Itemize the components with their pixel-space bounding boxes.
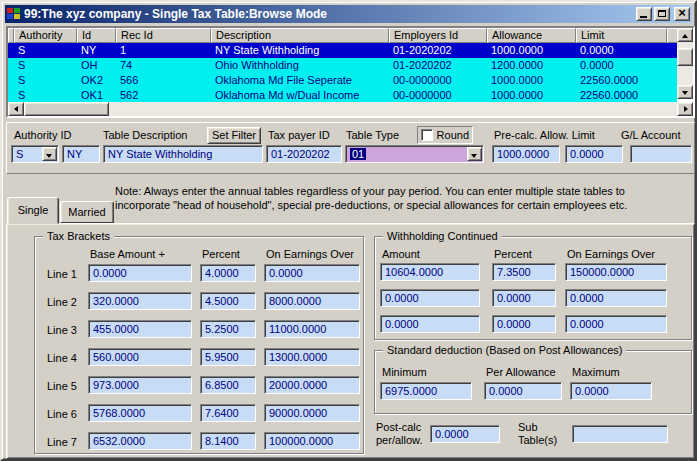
vertical-scroll-thumb[interactable]: [677, 48, 693, 66]
cell-allowance: 1200.0000: [487, 58, 576, 73]
maximum-field[interactable]: 0.0000: [570, 382, 652, 400]
minimize-icon: [640, 16, 647, 18]
line-6-percent-field[interactable]: 7.6400: [200, 404, 256, 422]
line-1-over-field[interactable]: 0.0000: [264, 264, 360, 282]
authority-value: S: [16, 148, 23, 160]
horizontal-scroll-track[interactable]: [109, 102, 677, 116]
precalc-allowance-field[interactable]: 1000.0000: [492, 145, 560, 163]
app-window: 99:The xyz company - Single Tax Table:Br…: [0, 0, 697, 461]
maximize-icon: [658, 10, 666, 17]
tab-single[interactable]: Single: [7, 197, 59, 224]
line-2-base-field[interactable]: 320.0000: [88, 292, 192, 310]
cell-limit: 0.0000: [576, 43, 667, 58]
gl-account-label: G/L Account: [621, 129, 681, 141]
app-icon: [7, 8, 20, 20]
table-row[interactable]: S OK2 566 Oklahoma Md File Seperate 00-0…: [8, 73, 677, 88]
vertical-scroll-track[interactable]: [677, 66, 693, 85]
percent-header: Percent: [202, 248, 240, 260]
grid-header-description[interactable]: Description: [211, 28, 389, 43]
line-7-percent-field[interactable]: 8.1400: [200, 432, 256, 450]
wh-over-field-2[interactable]: 0.0000: [565, 289, 667, 307]
table-type-combobox[interactable]: 01: [345, 145, 484, 163]
per-allowance-field[interactable]: 0.0000: [484, 382, 562, 400]
record-detail-panel: Authority ID Table Description Set Filte…: [6, 122, 695, 174]
chevron-down-icon: [46, 154, 52, 158]
titlebar[interactable]: 99:The xyz company - Single Tax Table:Br…: [5, 5, 692, 23]
cell-allowance: 1000.0000: [487, 88, 576, 103]
authority-dropdown-button[interactable]: [42, 147, 57, 161]
line-4-base-field[interactable]: 560.0000: [88, 348, 192, 366]
wh-amount-field-3[interactable]: 0.0000: [380, 315, 480, 333]
line-5-over-field[interactable]: 20000.0000: [264, 376, 360, 394]
scroll-left-button[interactable]: [8, 102, 24, 116]
wh-amount-field-2[interactable]: 0.0000: [380, 289, 480, 307]
line-2-over-field[interactable]: 8000.0000: [264, 292, 360, 310]
line-6-base-field[interactable]: 5768.0000: [88, 404, 192, 422]
line-6-over-field[interactable]: 90000.0000: [264, 404, 360, 422]
round-checkbox-group: Round: [417, 126, 473, 144]
maximize-button[interactable]: [654, 7, 670, 21]
cell-description: Ohio Withholding: [211, 58, 389, 73]
table-row[interactable]: S OH 74 Ohio Withholding 01-2020202 1200…: [8, 58, 677, 73]
line-7-base-field[interactable]: 6532.0000: [88, 432, 192, 450]
table-row[interactable]: S OK1 562 Oklahoma Md w/Dual Income 00-0…: [8, 88, 677, 103]
wh-percent-field-2[interactable]: 0.0000: [492, 289, 556, 307]
line-3-base-field[interactable]: 455.0000: [88, 320, 192, 338]
cell-id: OK2: [77, 73, 116, 88]
cell-employersid: 01-2020202: [389, 58, 487, 73]
gl-account-field[interactable]: [630, 145, 692, 163]
precalc-allow-limit-label: Pre-calc. Allow. Limit: [494, 129, 595, 141]
table-type-dropdown-button[interactable]: [467, 147, 482, 161]
sub-tables-field[interactable]: [572, 425, 668, 443]
line-2-percent-field[interactable]: 4.5000: [200, 292, 256, 310]
grid-header-limit[interactable]: Limit: [576, 28, 667, 43]
scroll-down-button[interactable]: [677, 85, 693, 99]
line-5-percent-field[interactable]: 6.8500: [200, 376, 256, 394]
base-amount-header: Base Amount +: [90, 248, 165, 260]
table-description-field[interactable]: NY State Withholding: [103, 145, 263, 163]
horizontal-scrollbar[interactable]: [8, 102, 693, 116]
vertical-scrollbar[interactable]: [677, 28, 693, 99]
authority-id-field[interactable]: NY: [62, 145, 100, 163]
authority-combobox[interactable]: S: [11, 145, 59, 163]
postcalc-field[interactable]: 0.0000: [430, 425, 500, 443]
minimum-field[interactable]: 6975.0000: [380, 382, 472, 400]
close-button[interactable]: ×: [674, 7, 690, 21]
line-1-label: Line 1: [47, 268, 77, 280]
line-4-over-field[interactable]: 13000.0000: [264, 348, 360, 366]
tax-table-grid: Authority Id Rec Id Description Employer…: [6, 26, 695, 118]
cell-employersid: 00-0000000: [389, 88, 487, 103]
note-text: Note: Always enter the annual tables reg…: [115, 184, 675, 212]
grid-header-employersid[interactable]: Employers Id: [389, 28, 487, 43]
grid-header-recid[interactable]: Rec Id: [116, 28, 211, 43]
tab-married[interactable]: Married: [60, 201, 114, 223]
line-3-percent-field[interactable]: 5.2500: [200, 320, 256, 338]
line-1-percent-field[interactable]: 4.0000: [200, 264, 256, 282]
scroll-right-button[interactable]: [677, 102, 693, 116]
line-7-over-field[interactable]: 100000.0000: [264, 432, 360, 450]
wh-over-field-1[interactable]: 150000.0000: [565, 263, 667, 281]
grid-header-authority[interactable]: Authority: [14, 28, 77, 43]
set-filter-button[interactable]: Set Filter: [207, 127, 261, 144]
scroll-up-button[interactable]: [677, 28, 693, 42]
taxpayer-id-field[interactable]: 01-2020202: [266, 145, 342, 163]
wh-percent-field-3[interactable]: 0.0000: [492, 315, 556, 333]
precalc-limit-field[interactable]: 0.0000: [565, 145, 623, 163]
line-1-base-field[interactable]: 0.0000: [88, 264, 192, 282]
cell-authority: S: [14, 43, 77, 58]
grid-header-row: Authority Id Rec Id Description Employer…: [8, 28, 693, 43]
line-5-base-field[interactable]: 973.0000: [88, 376, 192, 394]
table-row-selected[interactable]: S NY 1 NY State Withholding 01-2020202 1…: [8, 43, 677, 58]
wh-percent-field-1[interactable]: 7.3500: [492, 263, 556, 281]
grid-header-id[interactable]: Id: [77, 28, 116, 43]
line-4-percent-field[interactable]: 5.9500: [200, 348, 256, 366]
minimize-button[interactable]: [636, 7, 652, 21]
round-checkbox[interactable]: [421, 129, 433, 141]
horizontal-scroll-thumb[interactable]: [24, 102, 109, 116]
wh-amount-field-1[interactable]: 10604.0000: [380, 263, 480, 281]
line-3-over-field[interactable]: 11000.0000: [264, 320, 360, 338]
chevron-down-icon: [471, 154, 477, 158]
grid-header-allowance[interactable]: Allowance: [487, 28, 576, 43]
cell-employersid: 01-2020202: [389, 43, 487, 58]
wh-over-field-3[interactable]: 0.0000: [565, 315, 667, 333]
